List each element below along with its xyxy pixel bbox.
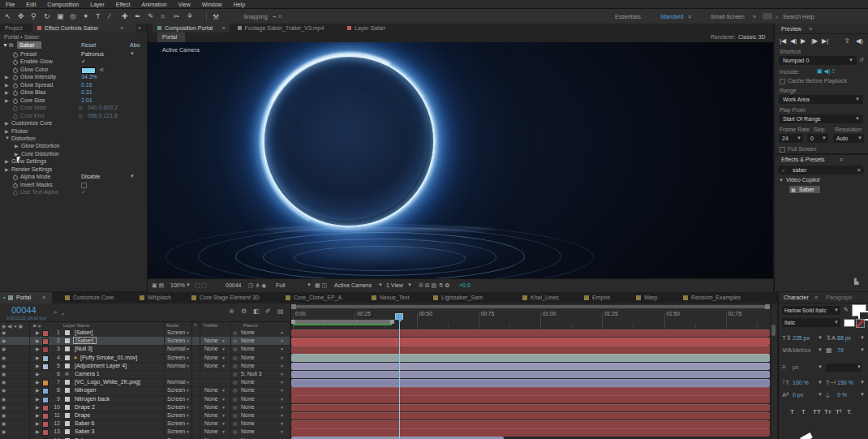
hand-tool-icon[interactable]: ✥ <box>18 12 24 20</box>
layer-color-chip[interactable] <box>42 397 49 403</box>
layer-eye-icon[interactable]: ◉ <box>2 363 6 368</box>
ec-param-value[interactable]: 0.16 <box>81 82 92 88</box>
tl-tab-core stage element 3d[interactable]: Core Stage Element 3D <box>200 295 260 300</box>
camera-tool-icon[interactable]: ▣ <box>57 12 64 20</box>
tl-tab-chip-4[interactable] <box>372 295 376 300</box>
include-icons[interactable]: ▣ ◀) ⁝⁝ <box>817 68 836 75</box>
stopwatch-icon[interactable] <box>13 53 18 58</box>
layer-trkmat[interactable]: None <box>204 412 218 418</box>
puppet-tool-icon[interactable]: ✂ <box>174 12 180 20</box>
ep-group-arrow[interactable]: ▼ <box>779 178 784 183</box>
layer-bar-5[interactable] <box>291 363 770 371</box>
tl-layer-row-14[interactable]: ◉▶14SaberScreen▼None▼◎None▼ <box>0 437 290 439</box>
fill-over-stroke-icon[interactable] <box>844 319 855 327</box>
layer-parent[interactable]: None <box>241 396 255 402</box>
character-menu-icon[interactable]: ≡ <box>814 295 818 300</box>
tl-tab-chip-8[interactable] <box>636 295 641 300</box>
ec-group-arrow[interactable]: ▶ <box>5 128 9 134</box>
layer-mode[interactable]: Screen <box>167 396 185 402</box>
layer-parent[interactable]: None <box>241 329 255 335</box>
tl-tab-whiplash[interactable]: Whiplash <box>148 295 171 300</box>
tl-frameblend-icon[interactable]: ✐ <box>265 308 271 315</box>
menu-file[interactable]: File <box>0 2 20 7</box>
skip-dropdown[interactable]: 0▼ <box>807 134 828 143</box>
next-frame-button[interactable]: |▶ <box>811 37 818 45</box>
layer-expander[interactable]: ▶ <box>36 346 40 351</box>
layer-parent[interactable]: None <box>241 420 255 426</box>
comp-zoom-value[interactable]: 100% <box>170 282 185 288</box>
tl-draft3d-icon[interactable]: ⚙ <box>241 308 247 315</box>
faux-style-button-3[interactable]: Tт <box>824 408 831 415</box>
preview-menu-icon[interactable]: ≡ <box>809 26 812 32</box>
brush-tool-icon[interactable]: ✚ <box>122 12 128 20</box>
comp-res-arrow[interactable]: ▼ <box>307 282 312 287</box>
ec-tab-overflow-icon[interactable]: » <box>138 25 141 31</box>
ec-param-value[interactable]: 940.0,600.2 <box>88 105 118 110</box>
layer-bar-4[interactable] <box>291 354 770 362</box>
workspace-overflow-icon[interactable]: » <box>753 14 756 19</box>
layer-bar-8[interactable] <box>291 387 770 395</box>
stroke-width-value[interactable]: px <box>793 364 798 370</box>
layer-mode[interactable]: Screen <box>167 420 185 426</box>
layer-eye-icon[interactable]: ◉ <box>2 387 6 393</box>
parent-pickwhip-icon[interactable]: ◎ <box>233 420 237 426</box>
preview-export-icon[interactable]: ⇪ <box>844 37 850 45</box>
comp-tab-2[interactable]: Footage Saber_Trailer_V3.mp4 <box>233 24 340 32</box>
renderer-value[interactable]: Classic 3D <box>738 34 765 40</box>
playfrom-dropdown[interactable]: Start Of Range▼ <box>779 114 863 123</box>
layer-name[interactable]: [VC_Logo_White_2K.png] <box>75 379 140 385</box>
comp-zoom-arrow[interactable]: ▼ <box>186 282 191 287</box>
ec-subgroup-arrow[interactable]: ▶ <box>15 151 19 157</box>
layer-color-chip[interactable] <box>42 421 49 428</box>
point-icon[interactable]: ◎ <box>78 113 83 119</box>
audio-mute-icon[interactable]: ◀) <box>856 37 863 45</box>
ec-group-arrow[interactable]: ▶ <box>5 158 9 164</box>
tl-tab-random_examples[interactable]: Random_Examples <box>691 295 741 300</box>
tl-tab-chip-5[interactable] <box>433 295 438 300</box>
go-end-button[interactable]: ▶| <box>822 37 828 45</box>
layer-eye-icon[interactable]: ◉ <box>2 338 6 343</box>
ec-reset-link[interactable]: Reset <box>81 42 96 48</box>
tracking-value[interactable]: 79 <box>837 347 844 353</box>
kerning-icon[interactable]: V⁄A <box>782 346 792 354</box>
ep-menu-icon[interactable]: ≡ <box>840 157 843 162</box>
comp-tab-menu-icon[interactable]: ≡ <box>222 25 226 31</box>
parent-pickwhip-icon[interactable]: ◎ <box>233 338 237 343</box>
layer-parent[interactable]: None <box>241 404 255 410</box>
font-size-value[interactable]: 235 px <box>793 335 810 341</box>
stopwatch-icon[interactable] <box>13 175 18 180</box>
layer-trkmat[interactable]: None <box>204 355 218 360</box>
layer-color-chip[interactable] <box>42 413 49 420</box>
layer-mode[interactable]: Normal <box>167 379 186 385</box>
parent-pickwhip-icon[interactable]: ◎ <box>233 396 237 402</box>
comp-camera-arrow[interactable]: ▼ <box>378 282 383 287</box>
layer-color-chip[interactable] <box>42 355 49 362</box>
stopwatch-icon[interactable] <box>13 191 18 196</box>
eraser-tool-icon[interactable]: ✎ <box>148 12 154 20</box>
layer-parent[interactable]: None <box>241 338 255 343</box>
layer-eye-icon[interactable]: ◉ <box>2 404 6 410</box>
layer-bar-2[interactable] <box>291 338 770 346</box>
layer-expander[interactable]: ▶ <box>36 363 40 368</box>
horizontal-scale-value[interactable]: 150 % <box>837 380 853 385</box>
faux-style-button-2[interactable]: TT <box>813 408 821 415</box>
layer-trkmat[interactable]: None <box>204 420 218 426</box>
layer-name[interactable]: Camera 1 <box>75 371 100 377</box>
ec-effect-expander[interactable]: ▼ <box>2 42 8 48</box>
workspace-menu-icon[interactable]: ≡ <box>688 14 691 19</box>
ec-group-arrow[interactable]: ▶ <box>5 166 9 172</box>
menu-edit[interactable]: Edit <box>20 2 41 7</box>
parent-pickwhip-icon[interactable]: ◎ <box>233 387 237 393</box>
layer-color-chip[interactable] <box>42 380 49 386</box>
play-button[interactable]: ▶ <box>801 37 806 45</box>
roto-brush-tool-icon[interactable]: ⌗ <box>161 12 165 21</box>
parent-pickwhip-icon[interactable]: ◎ <box>233 329 237 335</box>
shortcut-dropdown[interactable]: Numpad 0▼ <box>779 56 857 65</box>
tl-tab-chip-1[interactable] <box>140 295 144 300</box>
tl-tab-nexus_text[interactable]: Nexus_Text <box>380 295 410 300</box>
layer-name[interactable]: [Adjustment Layer 4] <box>75 363 127 368</box>
layer-expander[interactable]: ▶ <box>36 371 40 377</box>
ec-group-arrow[interactable]: ▶ <box>5 120 9 126</box>
faux-style-button-4[interactable]: T¹ <box>836 408 842 415</box>
range-dropdown[interactable]: Work Area▼ <box>779 95 863 104</box>
